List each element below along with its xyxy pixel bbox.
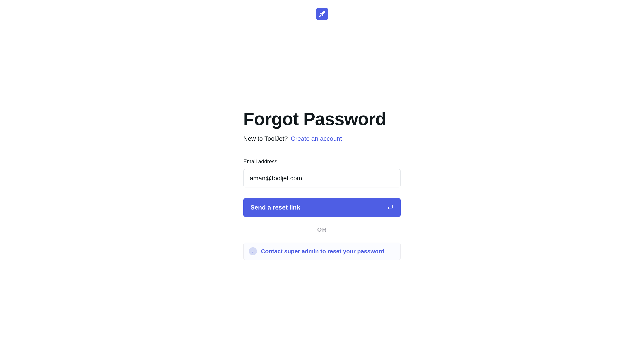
signup-prompt: New to ToolJet? [243, 135, 288, 142]
page-title: Forgot Password [243, 109, 401, 129]
contact-admin-text: Contact super admin to reset your passwo… [261, 248, 384, 255]
send-reset-link-button[interactable]: Send a reset link [243, 198, 401, 217]
create-account-link[interactable]: Create an account [291, 135, 342, 142]
divider: OR [243, 226, 401, 233]
email-label: Email address [243, 158, 401, 165]
submit-button-label: Send a reset link [250, 204, 300, 211]
info-icon: i [252, 248, 254, 254]
info-icon-wrap: i [249, 247, 257, 255]
rocket-icon [318, 10, 326, 18]
email-input[interactable] [243, 169, 401, 187]
divider-line-left [243, 230, 312, 230]
contact-admin-info: i Contact super admin to reset your pass… [243, 243, 401, 260]
enter-icon [386, 204, 394, 211]
forgot-password-form: Forgot Password New to ToolJet? Create a… [243, 109, 401, 260]
signup-row: New to ToolJet? Create an account [243, 135, 401, 142]
logo-container [316, 8, 328, 20]
app-logo[interactable] [316, 8, 328, 20]
divider-text: OR [317, 226, 327, 233]
divider-line-right [332, 230, 401, 230]
